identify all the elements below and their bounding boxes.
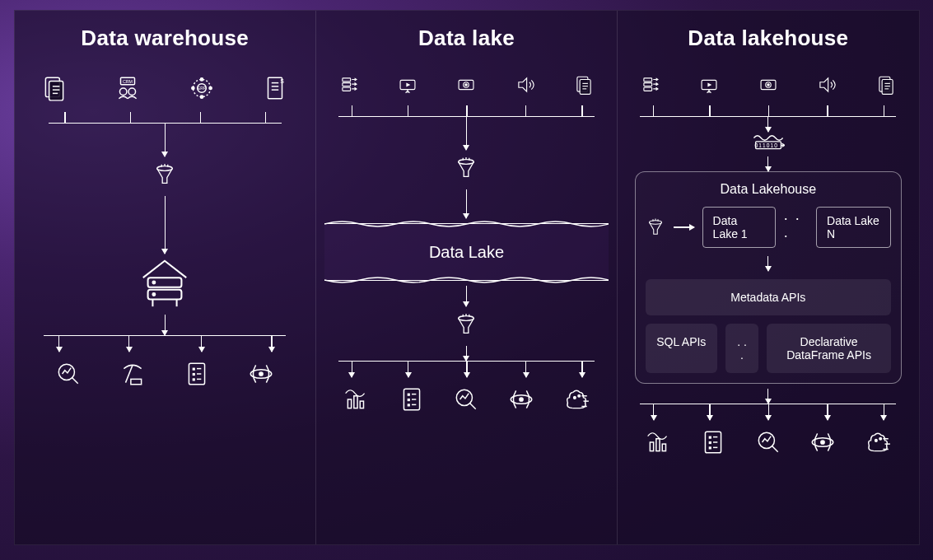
fan-out-connector xyxy=(44,335,286,352)
arrow-down-icon xyxy=(165,124,166,156)
dataframe-apis-box: Declarative DataFrame APIs xyxy=(767,324,891,373)
arrow-down-icon xyxy=(165,196,166,254)
camera-icon xyxy=(758,74,779,96)
lake-label: Data Lake 1 xyxy=(713,214,748,240)
ai-brain-icon xyxy=(864,428,892,456)
metadata-apis-box: Metadata APIs xyxy=(646,279,892,315)
column-data-lake: Data lake Data Lake xyxy=(316,11,618,544)
lakehouse-container: Data Lakehouse Data Lake 1 · · · Data La… xyxy=(635,171,903,384)
lake-label: Data Lake N xyxy=(827,214,879,240)
source-icons-row xyxy=(23,74,307,102)
analytics-search-icon xyxy=(754,428,782,456)
column-title: Data warehouse xyxy=(81,26,249,51)
ellipsis: . . . xyxy=(735,335,749,362)
erp-icon xyxy=(188,74,216,102)
arrow-down-icon xyxy=(767,256,768,271)
bi-dashboards-icon xyxy=(645,428,673,456)
ellipsis: · · · xyxy=(784,210,808,245)
arrow-down-icon xyxy=(466,286,467,306)
arrow-down-icon xyxy=(767,389,768,404)
data-lake-cell: Data Lake N xyxy=(816,207,891,248)
video-icon xyxy=(397,74,418,96)
bi-dashboards-icon xyxy=(343,385,371,413)
data-mining-icon xyxy=(119,360,147,388)
data-warehouse-icon xyxy=(136,254,194,315)
ellipsis-box: . . . xyxy=(725,324,758,373)
arrow-down-icon xyxy=(767,156,768,171)
fan-in-connector xyxy=(640,105,896,117)
streaming-data-icon xyxy=(640,74,661,96)
fan-out-connector xyxy=(338,361,595,377)
etl-funnel-icon xyxy=(152,160,177,193)
crm-icon xyxy=(114,74,142,102)
reports-icon xyxy=(398,385,426,413)
column-data-lakehouse: Data lakehouse Data Lakehouse Data Lake … xyxy=(618,11,918,544)
documents-icon xyxy=(40,74,68,102)
column-data-warehouse: Data warehouse xyxy=(15,11,316,544)
billing-icon xyxy=(261,74,289,102)
documents-icon xyxy=(875,74,897,96)
documents-icon xyxy=(573,74,595,96)
reports-icon xyxy=(699,428,727,456)
video-icon xyxy=(698,74,720,96)
etl-funnel-icon xyxy=(454,153,478,186)
api-label: Metadata APIs xyxy=(730,291,805,304)
api-label: Declarative DataFrame APIs xyxy=(786,335,871,362)
analytics-search-icon xyxy=(452,385,480,413)
arrow-down-icon xyxy=(767,117,768,132)
sql-apis-box: SQL APIs xyxy=(646,324,718,373)
etl-funnel-icon xyxy=(454,310,478,343)
data-lake-label: Data Lake xyxy=(429,243,504,262)
reports-icon xyxy=(183,360,211,388)
arrow-right-icon xyxy=(674,226,694,227)
ml-science-icon xyxy=(507,385,535,413)
source-icons-row xyxy=(324,74,609,96)
ml-science-icon xyxy=(247,360,275,388)
lakehouse-box-title: Data Lakehouse xyxy=(721,182,817,197)
etl-funnel-icon xyxy=(646,216,665,239)
source-icons-row xyxy=(626,74,910,96)
arrow-down-icon xyxy=(466,117,467,150)
camera-icon xyxy=(455,74,477,96)
ai-brain-icon xyxy=(562,385,590,413)
fan-in-connector xyxy=(49,112,282,124)
audio-icon xyxy=(816,74,837,96)
column-title: Data lake xyxy=(418,26,515,51)
consumer-icons-row xyxy=(635,428,903,456)
consumer-icons-row xyxy=(40,360,290,388)
ml-science-icon xyxy=(809,428,837,456)
data-lake-cell: Data Lake 1 xyxy=(702,207,776,248)
arrow-down-icon xyxy=(165,315,166,335)
api-label: SQL APIs xyxy=(656,335,706,348)
arrow-down-icon xyxy=(466,346,467,361)
fan-out-connector xyxy=(640,404,896,420)
streaming-data-icon xyxy=(338,74,360,96)
stream-binary-icon xyxy=(752,133,785,155)
analytics-search-icon xyxy=(54,360,82,388)
fan-in-connector xyxy=(338,105,595,117)
data-lake-storage: Data Lake xyxy=(324,223,609,281)
column-title: Data lakehouse xyxy=(688,26,848,51)
consumer-icons-row xyxy=(333,385,600,413)
audio-icon xyxy=(515,74,536,96)
arrow-down-icon xyxy=(466,189,467,218)
